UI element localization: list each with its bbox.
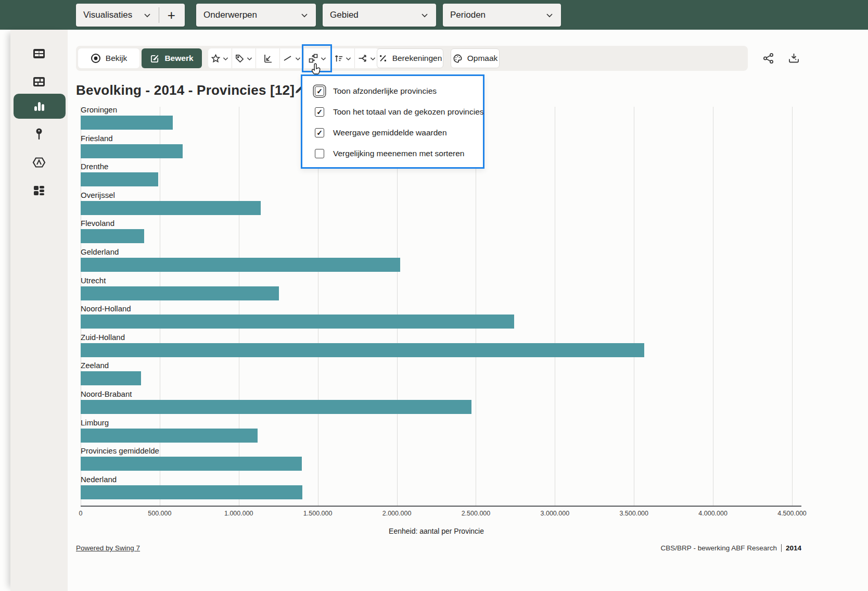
- source-attribution: CBS/BRP - bewerking ABF Research 2014: [661, 544, 801, 552]
- sort-tool-button[interactable]: [331, 48, 355, 68]
- x-tick-label: 3.500.000: [619, 510, 648, 517]
- onderwerpen-label: Onderwerpen: [203, 10, 257, 20]
- chart-row: Zuid-Holland: [81, 331, 792, 360]
- bar[interactable]: [81, 286, 279, 300]
- percent-calc-icon: [378, 54, 388, 63]
- palette-icon: [453, 54, 463, 64]
- download-button[interactable]: [787, 52, 800, 65]
- bar-label: Gelderland: [81, 246, 792, 257]
- bar[interactable]: [81, 144, 183, 158]
- sort-icon: [334, 54, 343, 64]
- chevron-down-icon: [545, 11, 554, 19]
- bar-label: Nederland: [81, 473, 792, 485]
- checkbox-checked[interactable]: ✓: [315, 86, 324, 96]
- bar[interactable]: [81, 457, 302, 471]
- favorite-icon: [211, 54, 221, 64]
- axes-tool-button[interactable]: [256, 48, 280, 68]
- chart-tools-group: [208, 48, 379, 68]
- x-tick-label: 500.000: [148, 510, 171, 517]
- x-tick-label: 2.500.000: [462, 510, 491, 517]
- chart-row: Flevoland: [81, 217, 792, 246]
- unit-label: Eenheid: aantal per Provincie: [81, 527, 792, 535]
- menu-item-label: Weergave gemiddelde waarden: [333, 128, 447, 137]
- x-axis-ticks: 0500.0001.000.0001.500.0002.000.0002.500…: [81, 510, 792, 519]
- app-window: Visualisaties + Onderwerpen Gebied Perio…: [0, 0, 868, 591]
- bar[interactable]: [81, 429, 258, 443]
- x-tick-label: 4.500.000: [777, 510, 807, 517]
- chevron-down-icon: [345, 55, 352, 62]
- report-blocks-icon: [32, 183, 46, 198]
- visualisaties-dropdown[interactable]: Visualisaties +: [76, 4, 185, 27]
- bar[interactable]: [81, 229, 144, 243]
- source-text: CBS/BRP - bewerking ABF Research: [661, 544, 777, 552]
- share-button[interactable]: [762, 52, 775, 65]
- bar[interactable]: [81, 116, 173, 130]
- chart-row: Nederland: [81, 473, 792, 502]
- sidebar-nav: [10, 30, 68, 591]
- chevron-down-icon: [300, 11, 309, 19]
- sidebar-item-table[interactable]: [29, 43, 49, 64]
- chart-row: Zeeland: [81, 359, 792, 388]
- bar[interactable]: [81, 315, 514, 329]
- bekijk-button[interactable]: Bekijk: [78, 48, 139, 68]
- menu-item[interactable]: ✓Toon het totaal van de gekozen provinci…: [315, 102, 483, 122]
- visualisaties-label: Visualisaties: [83, 10, 132, 20]
- checkbox-unchecked[interactable]: [315, 149, 324, 158]
- bar-chart-icon: [32, 99, 46, 114]
- berekeningen-button[interactable]: Berekeningen: [377, 48, 443, 68]
- tag-tool-button[interactable]: [232, 48, 256, 68]
- bar-label: Limburg: [81, 417, 792, 428]
- x-tick-label: 1.500.000: [303, 510, 333, 517]
- favorite-tool-button[interactable]: [208, 48, 232, 68]
- sidebar-item-abf[interactable]: [29, 152, 49, 173]
- map-pin-icon: [32, 127, 46, 142]
- x-axis-line: [81, 506, 801, 507]
- chart-row: Limburg: [81, 417, 792, 445]
- bar[interactable]: [81, 258, 400, 272]
- trendline-tool-button[interactable]: [280, 48, 304, 68]
- bar-label: Utrecht: [81, 274, 792, 286]
- opmaak-button[interactable]: Opmaak: [451, 48, 500, 68]
- chart-row: Noord-Holland: [81, 303, 792, 331]
- top-header: Visualisaties + Onderwerpen Gebied Perio…: [0, 0, 868, 30]
- powered-by-link[interactable]: Powered by Swing 7: [76, 544, 140, 552]
- sidebar-item-dashboard[interactable]: [29, 71, 49, 92]
- compare-tool-button[interactable]: [355, 48, 379, 68]
- bar[interactable]: [81, 371, 141, 385]
- sidebar-item-map[interactable]: [29, 124, 49, 145]
- chevron-down-icon: [222, 55, 229, 62]
- bar[interactable]: [81, 201, 261, 215]
- x-tick-label: 1.000.000: [224, 510, 253, 517]
- menu-item[interactable]: ✓Weergave gemiddelde waarden: [315, 122, 483, 143]
- perioden-dropdown[interactable]: Perioden: [443, 4, 561, 27]
- checkbox-checked[interactable]: ✓: [315, 107, 324, 117]
- bar[interactable]: [81, 172, 158, 186]
- chevron-down-icon: [369, 55, 376, 62]
- chevron-down-icon: [420, 11, 429, 19]
- sidebar-item-reports[interactable]: [29, 180, 49, 201]
- bar[interactable]: [81, 485, 302, 499]
- bewerk-button[interactable]: Bewerk: [142, 48, 202, 68]
- perioden-label: Perioden: [450, 10, 486, 20]
- menu-item[interactable]: Vergelijking meenemen met sorteren: [315, 143, 483, 164]
- bar[interactable]: [81, 343, 644, 357]
- page-title: Bevolking - 2014 - Provincies [12]: [76, 82, 295, 98]
- bar-label: Zeeland: [81, 359, 792, 371]
- axes-corner-icon: [263, 53, 273, 64]
- add-visualisation-button[interactable]: +: [165, 8, 177, 22]
- x-tick-label: 2.000.000: [382, 510, 412, 517]
- trendline-icon: [283, 53, 293, 64]
- gebied-dropdown[interactable]: Gebied: [323, 4, 436, 27]
- onderwerpen-dropdown[interactable]: Onderwerpen: [196, 4, 316, 27]
- bar[interactable]: [81, 400, 471, 414]
- chevron-down-icon: [246, 55, 253, 62]
- divider: [159, 7, 159, 23]
- x-tick-label: 4.000.000: [698, 510, 727, 517]
- menu-item[interactable]: ✓Toon afzonderlijke provincies: [315, 81, 483, 102]
- checkbox-checked[interactable]: ✓: [315, 128, 324, 137]
- options-menu: ✓Toon afzonderlijke provincies✓Toon het …: [301, 74, 484, 169]
- share-icon: [762, 52, 775, 65]
- top-right-actions: [762, 52, 800, 65]
- sidebar-item-chart[interactable]: [29, 96, 49, 117]
- x-tick-label: 0: [79, 510, 83, 517]
